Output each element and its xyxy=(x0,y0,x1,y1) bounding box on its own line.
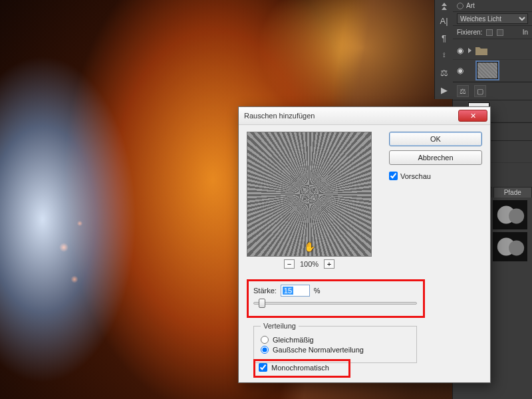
distribution-legend: Verteilung xyxy=(261,322,299,330)
layer-label-small: In xyxy=(523,29,528,36)
lock-pixels-icon[interactable] xyxy=(497,29,503,36)
monochromatic-checkbox[interactable] xyxy=(259,363,267,372)
amount-label: Stärke: xyxy=(253,287,277,295)
lock-label: Fixieren: xyxy=(457,29,482,36)
noise-preview[interactable]: ✋ xyxy=(247,132,372,257)
zoom-in-button[interactable]: + xyxy=(324,259,334,269)
panel-icon-strip: A| ¶ ⟟ ⚖ ▶ xyxy=(434,0,453,99)
dialog-body: ✋ − 100% + OK Abbrechen Vorschau Stärke:… xyxy=(239,125,490,382)
twirl-icon[interactable] xyxy=(468,48,471,53)
layer-group-row[interactable]: ◉ xyxy=(453,42,532,60)
art-label: Art xyxy=(466,2,475,9)
cancel-button[interactable]: Abbrechen xyxy=(389,150,482,165)
adjustment-icons: ⚖ ▢ xyxy=(453,82,532,100)
distribution-group: Verteilung Gleichmäßig Gaußsche Normalve… xyxy=(253,322,417,363)
monochromatic-option[interactable]: Monochromatisch xyxy=(259,363,329,372)
noise-layer-row[interactable]: ◉ xyxy=(453,60,532,82)
zoom-controls: − 100% + xyxy=(247,259,372,269)
layer-thumb xyxy=(477,62,498,79)
blend-mode-select[interactable]: Weiches Licht xyxy=(457,13,528,24)
channel-thumb[interactable] xyxy=(493,232,527,261)
monochromatic-label: Monochromatisch xyxy=(271,364,329,372)
paragraph-icon[interactable]: ¶ xyxy=(438,31,451,45)
character-icon[interactable]: A| xyxy=(438,14,451,27)
uniform-radio[interactable] xyxy=(261,336,269,344)
amount-row: Stärke: 15 % xyxy=(253,285,321,297)
ok-button[interactable]: OK xyxy=(389,132,482,146)
gaussian-option[interactable]: Gaußsche Normalverteilung xyxy=(261,346,410,354)
collapse-icon[interactable] xyxy=(442,3,447,6)
zoom-out-button[interactable]: − xyxy=(284,259,295,269)
dialog-titlebar[interactable]: Rauschen hinzufügen ✕ xyxy=(239,107,490,125)
lock-trans-icon[interactable] xyxy=(486,29,493,36)
preview-label: Vorschau xyxy=(400,172,431,180)
amount-unit: % xyxy=(314,287,321,295)
ruler-icon[interactable]: ⟟ xyxy=(438,49,451,62)
gaussian-label: Gaußsche Normalverteilung xyxy=(273,346,364,354)
amount-input[interactable]: 15 xyxy=(283,287,293,295)
uniform-option[interactable]: Gleichmäßig xyxy=(261,336,410,344)
close-icon: ✕ xyxy=(470,112,476,120)
visibility-icon[interactable]: ◉ xyxy=(456,47,465,55)
scale-adj-icon[interactable]: ⚖ xyxy=(457,85,469,97)
folder-icon xyxy=(475,44,488,57)
noise-texture xyxy=(247,132,372,257)
close-button[interactable]: ✕ xyxy=(458,110,487,122)
amount-slider[interactable] xyxy=(253,302,417,305)
slider-thumb[interactable] xyxy=(259,299,265,308)
channel-thumb[interactable] xyxy=(493,200,527,229)
lock-row: Fixieren: In xyxy=(453,26,532,39)
uniform-label: Gleichmäßig xyxy=(273,336,314,344)
gaussian-radio[interactable] xyxy=(261,346,269,354)
flyout-icon[interactable] xyxy=(457,3,464,9)
preview-toggle[interactable]: Vorschau xyxy=(389,172,482,180)
play-icon[interactable]: ▶ xyxy=(438,83,451,96)
scale-icon[interactable]: ⚖ xyxy=(438,66,451,79)
add-noise-dialog: Rauschen hinzufügen ✕ ✋ − 100% + OK Abbr… xyxy=(238,106,491,383)
dialog-title: Rauschen hinzufügen xyxy=(244,112,315,120)
dialog-buttons: OK Abbrechen Vorschau xyxy=(389,132,482,180)
zoom-value: 100% xyxy=(300,260,319,268)
visibility-icon[interactable]: ◉ xyxy=(456,66,465,74)
tab-pfade[interactable]: Pfade xyxy=(493,187,533,198)
levels-adj-icon[interactable]: ▢ xyxy=(474,85,486,97)
panel-header: Art xyxy=(453,0,532,12)
blend-mode-row: Weiches Licht xyxy=(453,12,532,26)
hand-cursor-icon: ✋ xyxy=(304,241,315,252)
preview-checkbox[interactable] xyxy=(389,172,398,180)
